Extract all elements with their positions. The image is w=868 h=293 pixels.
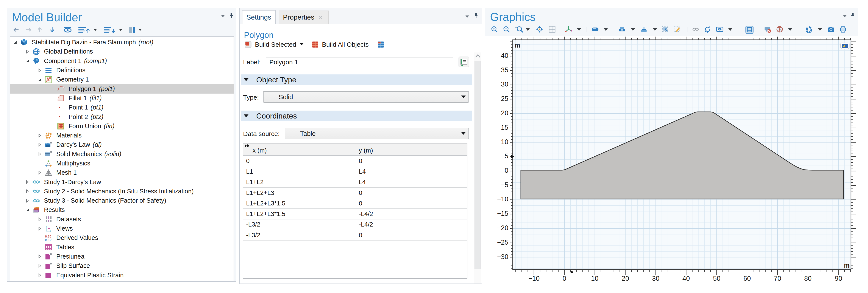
svg-text:−5: −5	[501, 181, 508, 189]
svg-text:60: 60	[743, 275, 751, 281]
svg-text:10: 10	[591, 275, 598, 281]
svg-text:e-12: e-12	[45, 238, 52, 242]
svg-text:m: m	[844, 262, 850, 269]
svg-text:0: 0	[562, 275, 566, 281]
svg-text:−20: −20	[497, 224, 508, 232]
svg-text:−15: −15	[497, 210, 508, 217]
svg-text:15: 15	[501, 124, 508, 131]
svg-text:−10: −10	[497, 195, 508, 203]
svg-text:80: 80	[804, 275, 811, 281]
svg-text:m: m	[515, 42, 520, 49]
svg-text:90: 90	[835, 275, 842, 281]
svg-text:40: 40	[501, 52, 508, 60]
svg-text:8.85: 8.85	[45, 234, 51, 238]
svg-text:5: 5	[505, 152, 508, 160]
svg-text:25: 25	[501, 95, 508, 102]
svg-text:10: 10	[501, 138, 508, 146]
svg-text:−10: −10	[528, 275, 540, 281]
svg-text:35: 35	[501, 66, 508, 74]
svg-text:40: 40	[682, 275, 690, 281]
svg-text:30: 30	[652, 275, 659, 281]
svg-text:20: 20	[622, 275, 629, 281]
svg-text:70: 70	[774, 275, 781, 281]
svg-text:−25: −25	[497, 239, 508, 246]
svg-text:1: 1	[36, 59, 38, 62]
svg-text:30: 30	[501, 80, 508, 88]
svg-text:−30: −30	[497, 253, 508, 260]
svg-text:50: 50	[713, 275, 720, 281]
svg-text:20: 20	[501, 109, 508, 117]
svg-text:0: 0	[505, 167, 508, 174]
